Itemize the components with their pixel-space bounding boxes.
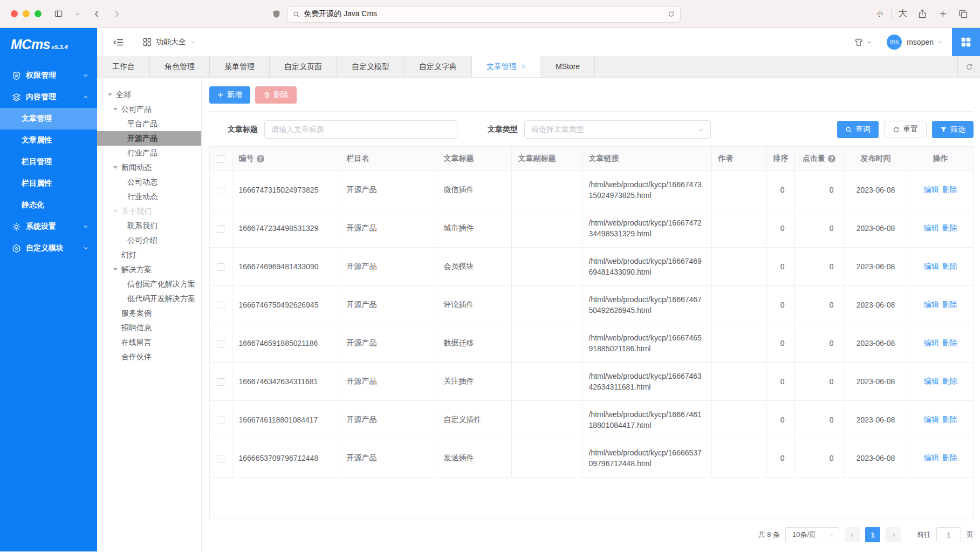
increase-font-button[interactable]: 大 (896, 8, 910, 19)
page-size-select[interactable]: 10条/页 (785, 527, 839, 542)
tab-mstore[interactable]: MStore (541, 56, 595, 77)
tree-expand-icon[interactable] (113, 108, 118, 113)
delete-link[interactable]: 删除 (942, 453, 957, 462)
tree-node-slideshow[interactable]: 幻灯 (97, 248, 201, 262)
tree-node-company-news[interactable]: 公司动态 (97, 175, 201, 189)
add-button[interactable]: 新增 (209, 86, 250, 104)
sidebar-item-column-attributes[interactable]: 栏目属性 (0, 173, 97, 194)
privacy-shield-icon[interactable] (272, 10, 280, 19)
goto-page-input[interactable] (936, 527, 961, 542)
sidebar-item-column-management[interactable]: 栏目管理 (0, 151, 97, 173)
username-text[interactable]: msopen (907, 38, 934, 46)
tree-expand-icon[interactable] (113, 166, 118, 171)
prev-page-button[interactable] (845, 527, 860, 542)
sidebar-chevron-icon[interactable] (70, 6, 86, 22)
tree-node-online-message[interactable]: 在线留言 (97, 335, 201, 350)
edit-link[interactable]: 编辑 (924, 377, 939, 385)
tab-custom-page[interactable]: 自定义页面 (270, 56, 337, 77)
row-checkbox[interactable] (217, 340, 224, 347)
tab-workbench[interactable]: 工作台 (97, 56, 150, 77)
delete-link[interactable]: 删除 (942, 262, 957, 270)
tree-node-service-cases[interactable]: 服务案例 (97, 306, 201, 321)
sidebar-item-article-management[interactable]: 文章管理 (0, 108, 97, 130)
decrease-font-button[interactable]: 小 (873, 9, 887, 18)
sidebar-item-article-attributes[interactable]: 文章属性 (0, 130, 97, 151)
tree-expand-icon[interactable] (108, 93, 112, 98)
delete-link[interactable]: 删除 (942, 185, 957, 194)
tree-node-industry-products[interactable]: 行业产品 (97, 146, 201, 160)
theme-switcher-button[interactable] (854, 38, 872, 47)
feature-menu-button[interactable]: 功能大全 (143, 37, 196, 47)
menu-fold-icon[interactable] (113, 38, 124, 46)
minimize-window-button[interactable] (23, 10, 30, 17)
edit-link[interactable]: 编辑 (924, 262, 939, 270)
help-icon[interactable] (257, 155, 264, 162)
tab-role-management[interactable]: 角色管理 (150, 56, 210, 77)
tree-node-lowcode-solution[interactable]: 低代码开发解决方案 (97, 291, 201, 306)
back-button[interactable] (89, 6, 105, 22)
sidebar-item-permissions[interactable]: 权限管理 (0, 65, 97, 86)
sidebar-toggle-icon[interactable] (50, 6, 66, 22)
row-checkbox[interactable] (217, 417, 224, 424)
reload-page-icon[interactable] (668, 10, 675, 18)
tree-node-company-products[interactable]: 公司产品 (97, 102, 201, 117)
article-type-select[interactable]: 请选择文章类型 (524, 120, 711, 139)
edit-link[interactable]: 编辑 (924, 415, 939, 424)
sidebar-item-system-settings[interactable]: 系统设置 (0, 216, 97, 237)
help-icon[interactable] (828, 155, 835, 162)
tree-node-company-intro[interactable]: 公司介绍 (97, 233, 201, 248)
edit-link[interactable]: 编辑 (924, 453, 939, 462)
tree-node-xinchuang-solution[interactable]: 信创国产化解决方案 (97, 277, 201, 291)
tree-node-contact-us[interactable]: 联系我们 (97, 219, 201, 233)
tab-overview-icon[interactable] (955, 6, 971, 22)
article-title-input[interactable] (264, 120, 457, 139)
tree-node-industry-news[interactable]: 行业动态 (97, 189, 201, 204)
tree-node-partners[interactable]: 合作伙伴 (97, 350, 201, 364)
share-icon[interactable] (914, 6, 930, 22)
row-checkbox[interactable] (217, 455, 224, 462)
edit-link[interactable]: 编辑 (924, 300, 939, 309)
row-checkbox[interactable] (217, 263, 224, 271)
delete-button[interactable]: 删除 (255, 86, 297, 104)
tree-node-opensource-products[interactable]: 开源产品 (97, 131, 201, 146)
tree-expand-icon[interactable] (113, 268, 118, 273)
tab-menu-management[interactable]: 菜单管理 (210, 56, 270, 77)
filter-button[interactable]: 筛选 (932, 121, 974, 138)
tree-node-recruitment[interactable]: 招聘信息 (97, 321, 201, 335)
tree-node-news[interactable]: 新闻动态 (97, 160, 201, 175)
current-page-button[interactable]: 1 (865, 527, 880, 542)
tree-node-platform-products[interactable]: 平台产品 (97, 117, 201, 131)
apps-grid-button[interactable] (952, 28, 980, 56)
delete-link[interactable]: 删除 (942, 415, 957, 424)
query-button[interactable]: 查询 (837, 121, 879, 138)
tree-node-about-us[interactable]: 关于我们 (97, 204, 201, 219)
forward-button[interactable] (108, 6, 125, 22)
tab-custom-model[interactable]: 自定义模型 (337, 56, 405, 77)
edit-link[interactable]: 编辑 (924, 185, 939, 194)
row-checkbox[interactable] (217, 378, 224, 386)
sidebar-item-static-generation[interactable]: 静态化 (0, 194, 97, 216)
address-bar[interactable]: 免费开源的 Java Cms (287, 6, 681, 23)
maximize-window-button[interactable] (35, 10, 42, 17)
tab-article-management[interactable]: 文章管理 (472, 56, 541, 77)
edit-link[interactable]: 编辑 (924, 338, 939, 347)
edit-link[interactable]: 编辑 (924, 223, 939, 232)
delete-link[interactable]: 删除 (942, 300, 957, 309)
select-all-checkbox[interactable] (217, 155, 224, 163)
close-window-button[interactable] (11, 10, 18, 17)
delete-link[interactable]: 删除 (942, 377, 957, 385)
tree-node-all[interactable]: 全部 (97, 87, 201, 102)
tree-expand-icon[interactable] (113, 210, 118, 215)
delete-link[interactable]: 删除 (942, 223, 957, 232)
tab-custom-dictionary[interactable]: 自定义字典 (405, 56, 472, 77)
next-page-button[interactable] (886, 527, 901, 542)
new-tab-icon[interactable] (935, 6, 951, 22)
row-checkbox[interactable] (217, 225, 224, 233)
user-avatar[interactable]: ms (887, 35, 902, 50)
sidebar-item-content[interactable]: 内容管理 (0, 86, 97, 108)
reset-button[interactable]: 重置 (884, 121, 927, 138)
row-checkbox[interactable] (217, 187, 224, 194)
row-checkbox[interactable] (217, 302, 224, 309)
refresh-tab-icon[interactable] (957, 56, 980, 77)
tree-node-solutions[interactable]: 解决方案 (97, 262, 201, 277)
